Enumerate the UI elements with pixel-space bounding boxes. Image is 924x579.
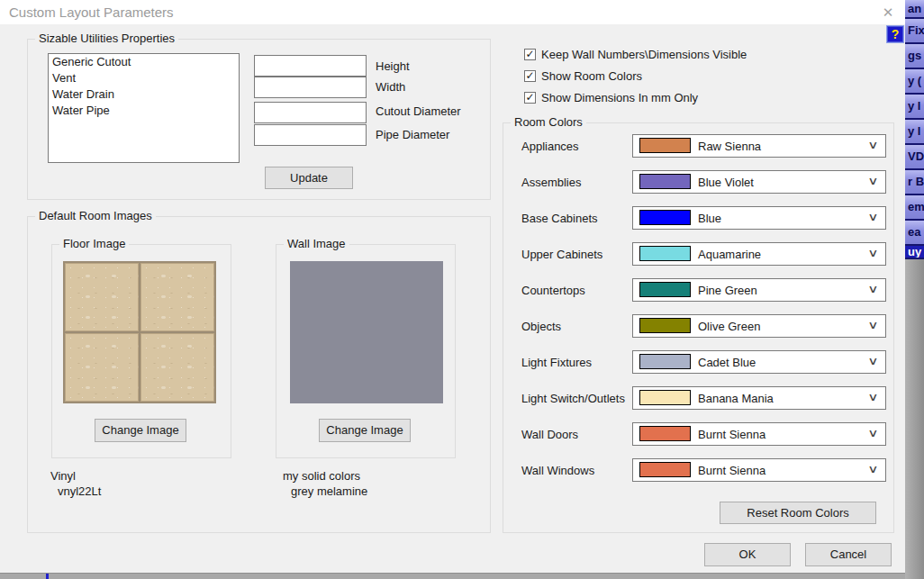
color-swatch bbox=[639, 174, 691, 189]
list-item[interactable]: Generic Cutout bbox=[49, 54, 239, 70]
room-color-row: Countertops Pine Green ∨ bbox=[503, 278, 893, 302]
background-window-button[interactable]: y l bbox=[905, 120, 924, 145]
floor-tile bbox=[140, 333, 214, 402]
group-label: Sizable Utilities Properties bbox=[35, 32, 178, 45]
list-item[interactable]: Vent bbox=[49, 70, 239, 86]
room-color-row: Assemblies Blue Violet ∨ bbox=[503, 170, 893, 194]
chevron-down-icon: ∨ bbox=[867, 427, 878, 439]
pipe-diameter-label: Pipe Diameter bbox=[376, 128, 449, 141]
room-color-row: Objects Olive Green ∨ bbox=[503, 314, 893, 338]
base-cabinets-label: Base Cabinets bbox=[521, 212, 598, 225]
group-label: Room Colors bbox=[511, 115, 586, 129]
background-window-button[interactable]: gs bbox=[905, 44, 924, 69]
list-item[interactable]: Water Drain bbox=[49, 86, 239, 103]
floor-tile bbox=[65, 263, 139, 331]
checkbox-label: Keep Wall Numbers\Dimensions Visible bbox=[541, 48, 747, 61]
cutout-diameter-field[interactable] bbox=[254, 102, 367, 123]
light-fixtures-label: Light Fixtures bbox=[521, 356, 592, 369]
light-switch-outlets-color-select[interactable]: Banana Mania ∨ bbox=[632, 386, 886, 410]
cancel-button[interactable]: Cancel bbox=[805, 543, 892, 566]
floor-image-preview bbox=[63, 261, 216, 403]
light-fixtures-color-select[interactable]: Cadet Blue ∨ bbox=[632, 350, 886, 374]
wall-image-preview bbox=[290, 261, 443, 403]
chevron-down-icon: ∨ bbox=[867, 391, 878, 403]
upper-cabinets-label: Upper Cabinets bbox=[521, 248, 602, 261]
checkbox-show-room-colors[interactable]: ✓ bbox=[524, 70, 536, 82]
change-floor-image-button[interactable]: Change Image bbox=[95, 419, 186, 442]
wall-doors-label: Wall Doors bbox=[521, 428, 578, 441]
checkbox-keep-wall-numbers[interactable]: ✓ bbox=[524, 49, 536, 60]
background-window-button[interactable]: r B bbox=[905, 170, 924, 195]
title-bar: Custom Layout Parameters ✕ bbox=[0, 0, 905, 24]
room-color-row: Wall Doors Burnt Sienna ∨ bbox=[503, 422, 893, 446]
width-label: Width bbox=[376, 80, 405, 94]
assemblies-color-select[interactable]: Blue Violet ∨ bbox=[632, 170, 886, 194]
background-window-button-selected[interactable]: uy bbox=[905, 246, 924, 259]
chevron-down-icon: ∨ bbox=[867, 175, 878, 187]
utilities-listbox[interactable]: Generic Cutout Vent Water Drain Water Pi… bbox=[48, 53, 240, 163]
checkbox-show-dimensions-mm[interactable]: ✓ bbox=[524, 92, 536, 104]
pipe-diameter-field[interactable] bbox=[254, 124, 367, 146]
custom-layout-parameters-dialog: Custom Layout Parameters ✕ ? Sizable Uti… bbox=[0, 0, 905, 573]
assemblies-label: Assemblies bbox=[521, 176, 581, 189]
countertops-color-select[interactable]: Pine Green ∨ bbox=[632, 278, 886, 302]
ok-button[interactable]: OK bbox=[704, 543, 791, 566]
wall-caption-line2: grey melamine bbox=[291, 484, 367, 498]
base-cabinets-color-select[interactable]: Blue ∨ bbox=[632, 206, 886, 230]
chevron-down-icon: ∨ bbox=[867, 355, 878, 367]
color-swatch bbox=[639, 390, 691, 405]
background-window-strip: an Fix gs y ( y l y l VD r B em ea uy bbox=[905, 0, 924, 579]
color-name: Blue Violet bbox=[698, 176, 754, 189]
color-swatch bbox=[639, 282, 691, 297]
chevron-down-icon: ∨ bbox=[867, 463, 878, 475]
floor-image-group: Floor Image Change Image bbox=[51, 244, 231, 458]
chevron-down-icon: ∨ bbox=[867, 283, 878, 295]
room-color-row: Light Switch/Outlets Banana Mania ∨ bbox=[503, 386, 893, 410]
help-button[interactable]: ? bbox=[886, 25, 904, 43]
background-window-bottom-tick bbox=[46, 574, 49, 579]
room-color-row: Wall Windows Burnt Sienna ∨ bbox=[503, 458, 893, 482]
color-name: Pine Green bbox=[698, 284, 757, 297]
background-window-button[interactable]: VD bbox=[905, 145, 924, 170]
room-color-row: Appliances Raw Sienna ∨ bbox=[503, 134, 893, 158]
close-icon[interactable]: ✕ bbox=[878, 3, 898, 22]
background-window-button[interactable]: Fix bbox=[905, 19, 924, 44]
background-window-button[interactable]: an bbox=[905, 0, 924, 19]
width-field[interactable] bbox=[254, 77, 367, 98]
countertops-label: Countertops bbox=[521, 284, 585, 297]
color-swatch bbox=[639, 138, 691, 153]
height-label: Height bbox=[376, 59, 410, 73]
cutout-diameter-label: Cutout Diameter bbox=[376, 104, 461, 118]
update-button[interactable]: Update bbox=[265, 167, 353, 189]
reset-room-colors-button[interactable]: Reset Room Colors bbox=[720, 502, 876, 524]
wall-doors-color-select[interactable]: Burnt Sienna ∨ bbox=[632, 422, 886, 446]
change-wall-image-button[interactable]: Change Image bbox=[319, 419, 411, 442]
height-field[interactable] bbox=[254, 55, 367, 77]
background-window-button[interactable]: em bbox=[905, 195, 924, 221]
floor-caption-line1: Vinyl bbox=[50, 469, 76, 483]
chevron-down-icon: ∨ bbox=[867, 247, 878, 259]
color-name: Raw Sienna bbox=[698, 140, 761, 153]
background-window-button[interactable]: ea bbox=[905, 221, 924, 246]
wall-windows-label: Wall Windows bbox=[521, 464, 594, 477]
wall-windows-color-select[interactable]: Burnt Sienna ∨ bbox=[632, 458, 886, 482]
room-color-row: Light Fixtures Cadet Blue ∨ bbox=[503, 350, 893, 374]
appliances-color-select[interactable]: Raw Sienna ∨ bbox=[632, 134, 886, 158]
list-item[interactable]: Water Pipe bbox=[49, 103, 239, 119]
objects-label: Objects bbox=[521, 320, 561, 333]
chevron-down-icon: ∨ bbox=[867, 211, 878, 223]
objects-color-select[interactable]: Olive Green ∨ bbox=[632, 314, 886, 338]
upper-cabinets-color-select[interactable]: Aquamarine ∨ bbox=[632, 242, 886, 266]
floor-caption-line2: vnyl22Lt bbox=[58, 484, 101, 498]
room-color-row: Upper Cabinets Aquamarine ∨ bbox=[503, 242, 893, 266]
background-window-button[interactable]: y ( bbox=[905, 69, 924, 95]
light-switch-outlets-label: Light Switch/Outlets bbox=[521, 392, 625, 405]
group-label: Wall Image bbox=[284, 237, 349, 250]
floor-tile bbox=[65, 333, 139, 402]
background-window-button[interactable]: y l bbox=[905, 95, 924, 120]
room-colors-group: Room Colors Appliances Raw Sienna ∨ Asse… bbox=[503, 122, 894, 533]
color-swatch bbox=[639, 318, 691, 333]
wall-caption-line1: my solid colors bbox=[283, 469, 360, 483]
dialog-title: Custom Layout Parameters bbox=[9, 5, 174, 20]
group-label: Default Room Images bbox=[35, 209, 156, 222]
